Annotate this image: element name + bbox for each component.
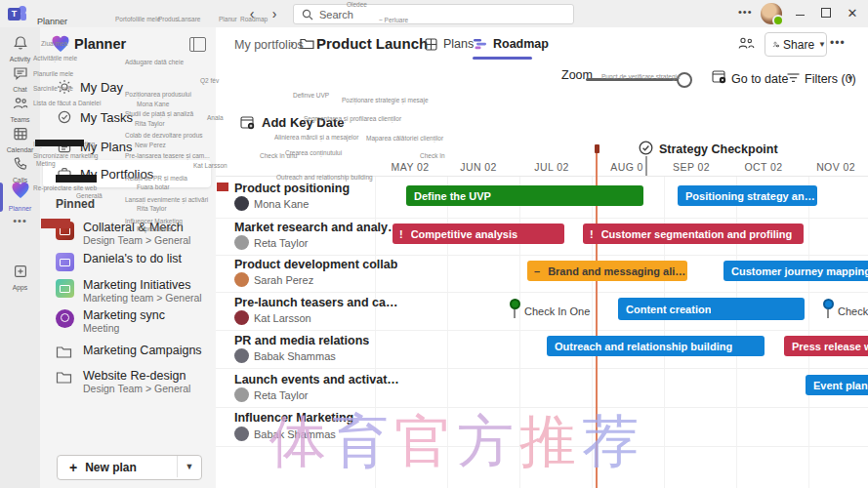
gantt-bar[interactable]: Press release writing xyxy=(784,336,868,356)
sidebar-item-teams[interactable]: Teams xyxy=(0,96,40,123)
collapse-panel-icon[interactable] xyxy=(189,37,206,52)
gantt-bar[interactable]: !Competitive analysis xyxy=(393,224,564,244)
gantt-bar[interactable]: Content creation xyxy=(618,298,805,320)
minimize-button[interactable] xyxy=(791,6,808,21)
back-button[interactable]: ‹ xyxy=(244,5,260,22)
milestone-pin-icon[interactable] xyxy=(823,299,834,309)
window-title: Planner xyxy=(37,17,67,26)
sidebar-item-my-plans[interactable]: My Plans xyxy=(43,133,211,160)
share-button[interactable]: Share ▼ xyxy=(765,32,827,57)
task-row-title[interactable]: Launch events and activations xyxy=(234,373,400,386)
gantt-bar[interactable]: Outreach and relationship building xyxy=(547,336,765,356)
sidebar-item-planner[interactable]: Planner xyxy=(0,181,40,212)
checkpoint-stem xyxy=(645,156,647,176)
new-plan-button[interactable]: + New plan ▼ xyxy=(57,455,202,480)
sidebar-item-activity[interactable]: Activity xyxy=(0,35,40,62)
pinned-item-collateral-merch[interactable]: Collateral & MerchDesign Team > General xyxy=(43,221,211,250)
planner-icon xyxy=(11,181,30,200)
assignee-avatar xyxy=(234,310,249,325)
search-input[interactable]: Search xyxy=(293,4,574,24)
planner-app-window: T Planner ‹ › Search ••• ✕ ActivityChatT… xyxy=(0,0,868,488)
gantt-bar-label: Content creation xyxy=(626,304,711,315)
sidebar-item-my-tasks[interactable]: My Tasks xyxy=(43,103,211,131)
milestone-stem xyxy=(827,309,829,318)
maximize-button[interactable] xyxy=(817,6,835,21)
task-row-title[interactable]: PR and media relations xyxy=(234,334,369,347)
assignee-name: Reta Taylor xyxy=(254,237,308,249)
phone-icon xyxy=(13,156,28,172)
sidebar-item-label: My Tasks xyxy=(80,110,133,125)
assignee-avatar xyxy=(234,427,249,441)
sun-icon xyxy=(57,79,72,95)
apps-icon xyxy=(13,264,28,279)
assignee-name: Babak Shammas xyxy=(254,350,336,362)
add-key-date-button[interactable]: Add Key Date xyxy=(240,115,345,130)
profile-avatar[interactable] xyxy=(761,3,782,24)
search-icon xyxy=(302,9,313,20)
new-plan-chevron-icon[interactable]: ▼ xyxy=(177,456,201,477)
close-button[interactable]: ✕ xyxy=(844,6,861,21)
sidebar-item-my-portfolios[interactable]: My Portfolios xyxy=(43,160,211,187)
pinned-item-marketing-campaigns[interactable]: Marketing Campaigns xyxy=(43,344,211,363)
gantt-bar[interactable]: Customer journey mapping xyxy=(723,261,868,281)
sidebar-item-calls[interactable]: Calls xyxy=(0,156,40,183)
pinned-item-marketing-initiatives[interactable]: Marketing InitiativesMarketing team > Ge… xyxy=(43,278,211,307)
gantt-bar[interactable]: Event planning xyxy=(806,375,868,395)
chat-icon xyxy=(13,65,28,81)
zoom-slider[interactable] xyxy=(586,78,690,81)
teams-icon xyxy=(13,96,28,111)
task-row-title[interactable]: Pre-launch teasers and cam... xyxy=(234,296,400,309)
dots-icon: ••• xyxy=(13,215,27,226)
gantt-bar[interactable]: –Brand and messaging alignment xyxy=(527,261,687,281)
task-row-title[interactable]: Influencer Marketing xyxy=(234,411,353,425)
assignee-name: Babak Shammas xyxy=(254,428,336,440)
priority-icon: – xyxy=(534,265,540,277)
gantt-bar[interactable]: Positioning strategy and mess... xyxy=(678,185,817,206)
timeline-month-label: MAY 02 xyxy=(392,161,430,173)
go-to-date-button[interactable]: Go to date xyxy=(731,72,788,86)
gantt-bar[interactable]: Define the UVP xyxy=(406,185,643,206)
pinned-item-daniela-s-to-do-list[interactable]: Daniela's to do list xyxy=(43,252,211,271)
gantt-bar-label: Outreach and relationship building xyxy=(555,341,732,352)
filters-chevron-icon: ▼ xyxy=(847,74,854,83)
portfolio-icon xyxy=(57,166,72,182)
pinned-item-subtitle: Design Team > General xyxy=(83,234,190,246)
rail-item-label: Chat xyxy=(0,86,40,93)
sidebar-item-chat[interactable]: Chat xyxy=(0,65,40,93)
zoom-slider-thumb[interactable] xyxy=(677,72,692,88)
milestone-pin-icon[interactable] xyxy=(510,299,520,309)
gantt-bar-label: Positioning strategy and mess... xyxy=(685,190,817,202)
add-key-date-icon xyxy=(240,115,255,130)
checkpoint-label[interactable]: Strategy Checkpoint xyxy=(659,142,778,156)
task-row-title[interactable]: Product positioning xyxy=(234,182,350,195)
assignee-name: Kat Larsson xyxy=(254,312,311,324)
task-row-title[interactable]: Product development collab xyxy=(234,258,397,271)
task-row-title[interactable]: Market research and analysis xyxy=(234,221,400,234)
page-title: Product Launch xyxy=(316,35,428,52)
sidebar-item-label: My Portfolios xyxy=(80,167,153,182)
active-app-indicator xyxy=(0,183,3,212)
pinned-item-marketing-sync[interactable]: Marketing syncMeeting xyxy=(43,308,211,338)
gantt-bar[interactable]: !Customer segmentation and profiling xyxy=(583,224,804,244)
sidebar-item-my-day[interactable]: My Day xyxy=(43,73,211,101)
forward-button[interactable]: › xyxy=(267,5,282,22)
sidebar-item-apps[interactable]: Apps xyxy=(0,264,40,291)
gantt-bar-label: Brand and messaging alignment xyxy=(548,265,687,277)
tab-plans[interactable]: Plans xyxy=(425,37,474,51)
milestone-stem xyxy=(514,309,516,318)
sidebar-item-more[interactable]: ••• xyxy=(0,211,40,229)
pinned-item-subtitle: Marketing team > General xyxy=(83,292,202,304)
assignee-name: Sarah Perez xyxy=(254,274,313,286)
header-more-button[interactable]: ••• xyxy=(830,36,846,50)
titlebar-more-button[interactable]: ••• xyxy=(738,6,753,18)
priority-icon: ! xyxy=(590,228,594,240)
assignee-avatar xyxy=(234,235,249,250)
pinned-item-website-re-design[interactable]: Website Re-designDesign Team > General xyxy=(43,369,211,398)
plan-icon xyxy=(56,309,74,328)
plus-icon: + xyxy=(69,461,77,474)
sidebar-item-calendar[interactable]: Calendar xyxy=(0,126,40,153)
members-icon[interactable] xyxy=(738,36,755,51)
checkpoint-check-icon[interactable] xyxy=(639,141,653,155)
tab-roadmap[interactable]: Roadmap xyxy=(474,37,549,51)
gantt-bar-label: Competitive analysis xyxy=(411,228,517,240)
